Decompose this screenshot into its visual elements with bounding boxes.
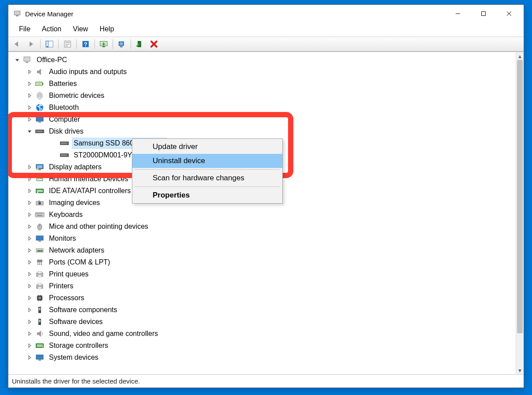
properties-button[interactable]: [61, 38, 74, 50]
expand-glyph[interactable]: [26, 68, 33, 75]
svg-rect-23: [26, 62, 28, 63]
expand-glyph[interactable]: [26, 318, 33, 325]
expand-glyph[interactable]: [26, 175, 33, 183]
svg-rect-75: [38, 283, 41, 285]
tree-item-label: Printers: [47, 280, 75, 292]
tree-item-sys[interactable]: System devices: [11, 351, 515, 363]
swd-icon: [35, 317, 45, 327]
mouse-icon: [35, 222, 45, 231]
tree-item-storage[interactable]: Storage controllers: [11, 339, 515, 351]
svg-point-35: [67, 143, 68, 144]
tree-item-label: Ports (COM & LPT): [47, 257, 112, 268]
expand-glyph[interactable]: [26, 187, 33, 194]
menu-view[interactable]: View: [67, 24, 93, 34]
toolbar: ?: [8, 37, 524, 52]
svg-rect-56: [40, 213, 41, 214]
tree-item-computer[interactable]: Computer: [11, 113, 515, 125]
expand-glyph[interactable]: [51, 152, 58, 159]
expand-glyph[interactable]: [26, 294, 33, 302]
tree-item-keyboard[interactable]: Keyboards: [11, 209, 515, 220]
expand-glyph[interactable]: [26, 330, 33, 337]
scroll-up-arrow[interactable]: ▴: [516, 52, 524, 60]
pc-icon: [22, 55, 32, 65]
expand-glyph[interactable]: [26, 342, 33, 349]
expand-glyph[interactable]: [26, 92, 33, 99]
forward-button[interactable]: [25, 38, 38, 50]
expand-glyph[interactable]: [26, 306, 33, 313]
maximize-button[interactable]: [471, 6, 496, 22]
show-hide-console-tree-button[interactable]: [43, 38, 56, 50]
expand-glyph[interactable]: [26, 259, 33, 266]
tree-item-label: Keyboards: [47, 209, 85, 220]
expand-glyph[interactable]: [26, 247, 33, 254]
tree-item-ports[interactable]: Ports (COM & LPT): [11, 256, 515, 268]
expand-glyph[interactable]: [26, 283, 33, 290]
tree-item-cpu[interactable]: Processors: [11, 292, 515, 304]
expand-glyph[interactable]: [26, 271, 33, 278]
svg-rect-51: [38, 201, 40, 202]
back-button[interactable]: [11, 38, 24, 50]
svg-rect-44: [37, 178, 39, 179]
tree-item-network[interactable]: Network adapters: [11, 244, 515, 256]
expand-glyph[interactable]: [26, 116, 33, 123]
tree-root[interactable]: Office-PC: [11, 54, 515, 66]
titlebar[interactable]: Device Manager: [8, 5, 524, 22]
tree-item-swd[interactable]: Software devices: [11, 316, 515, 328]
tree-item-monitor[interactable]: Monitors: [11, 232, 515, 244]
svg-rect-62: [38, 241, 41, 242]
scroll-down-arrow[interactable]: ▾: [516, 366, 524, 374]
audio-icon: [35, 67, 45, 77]
device-tree[interactable]: Office-PCAudio inputs and outputsBatteri…: [8, 52, 516, 374]
expand-glyph[interactable]: [26, 128, 33, 135]
svg-rect-0: [14, 11, 20, 15]
context-properties[interactable]: Properties: [132, 188, 282, 202]
context-uninstall-device[interactable]: Uninstall device: [132, 154, 282, 168]
expand-glyph[interactable]: [26, 211, 33, 218]
expand-glyph[interactable]: [26, 104, 33, 111]
tree-item-audio[interactable]: Audio inputs and outputs: [11, 66, 515, 78]
tree-item-printer[interactable]: Printers: [11, 280, 515, 292]
minimize-button[interactable]: [445, 6, 471, 22]
help-button[interactable]: ?: [79, 38, 92, 50]
expand-glyph[interactable]: [26, 354, 33, 361]
tree-item-mouse[interactable]: Mice and other pointing devices: [11, 220, 515, 232]
context-update-driver[interactable]: Update driver: [132, 140, 282, 154]
svg-rect-78: [38, 297, 41, 299]
expand-glyph[interactable]: [26, 164, 33, 171]
expand-glyph[interactable]: [26, 223, 33, 230]
svg-rect-52: [35, 212, 44, 217]
close-button[interactable]: [496, 6, 522, 22]
expand-glyph[interactable]: [14, 56, 21, 63]
menu-file[interactable]: File: [14, 24, 36, 34]
menu-help[interactable]: Help: [94, 24, 120, 34]
biometric-icon: [35, 91, 45, 101]
computer-icon: [35, 115, 45, 124]
svg-rect-85: [36, 355, 43, 359]
expand-glyph[interactable]: [26, 199, 33, 206]
tree-item-bluetooth[interactable]: Bluetooth: [11, 101, 515, 113]
tree-item-battery[interactable]: Batteries: [11, 78, 515, 89]
update-driver-button[interactable]: [115, 38, 128, 50]
tree-item-label: Audio inputs and outputs: [47, 66, 128, 78]
context-scan-hardware[interactable]: Scan for hardware changes: [132, 171, 282, 185]
uninstall-device-button[interactable]: [147, 38, 161, 50]
tree-item-printq[interactable]: Print queues: [11, 268, 515, 280]
vertical-scrollbar[interactable]: ▴ ▾: [516, 52, 524, 374]
tree-item-swc[interactable]: Software components: [11, 304, 515, 316]
tree-item-label: Storage controllers: [47, 340, 110, 351]
svg-rect-12: [65, 45, 68, 46]
svg-rect-31: [36, 130, 42, 132]
menu-action[interactable]: Action: [37, 24, 67, 34]
svg-rect-3: [482, 12, 486, 16]
expand-glyph[interactable]: [26, 80, 33, 87]
statusbar: Uninstalls the driver for the selected d…: [8, 374, 524, 388]
expand-glyph[interactable]: [26, 235, 33, 242]
tree-item-biometric[interactable]: Biometric devices: [11, 89, 515, 101]
scroll-thumb[interactable]: [517, 60, 523, 333]
expand-glyph[interactable]: [51, 140, 58, 147]
tree-item-disk[interactable]: Disk drives: [11, 125, 515, 137]
tree-item-sound[interactable]: Sound, video and game controllers: [11, 328, 515, 339]
enable-device-button[interactable]: [133, 38, 146, 50]
svg-point-69: [39, 264, 40, 265]
scan-hardware-button[interactable]: [97, 38, 110, 50]
